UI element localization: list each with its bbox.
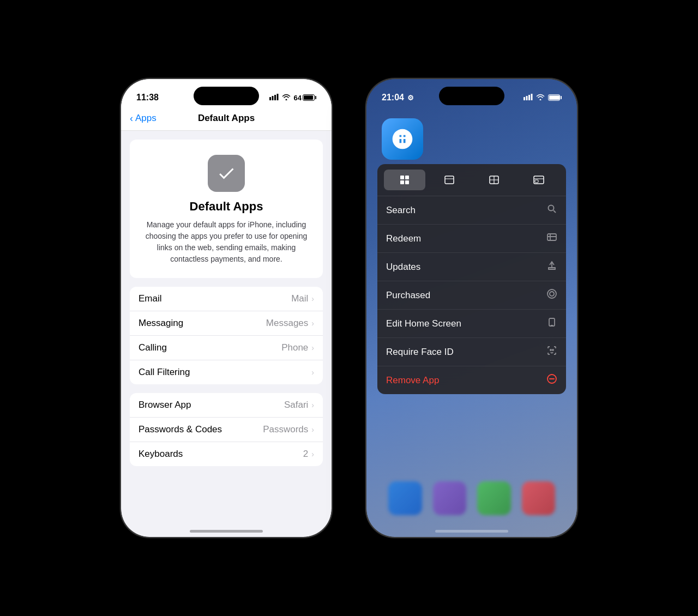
- search-icon: [546, 203, 557, 217]
- keyboards-row[interactable]: Keyboards 2 ›: [130, 442, 323, 466]
- left-screen: 11:38: [121, 79, 332, 537]
- status-icons-right: [524, 93, 562, 102]
- messaging-row[interactable]: Messaging Messages ›: [130, 311, 323, 336]
- calling-value: Phone ›: [281, 342, 314, 353]
- browser-label: Browser App: [139, 400, 191, 410]
- messaging-label: Messaging: [139, 318, 183, 329]
- redeem-icon: [546, 232, 557, 245]
- back-chevron: ‹: [130, 113, 133, 124]
- remove-app-icon: [546, 373, 557, 387]
- battery-left: 64: [294, 94, 316, 102]
- app-store-icon[interactable]: [382, 118, 423, 160]
- dock-icon-4: [522, 481, 556, 515]
- dock-area: [366, 481, 577, 515]
- hero-card: Default Apps Manage your default apps fo…: [130, 140, 323, 278]
- svg-rect-10: [400, 180, 404, 184]
- dock-icon-2: [433, 481, 467, 515]
- keyboards-label: Keyboards: [139, 449, 183, 460]
- svg-point-23: [547, 289, 556, 298]
- battery-right: [548, 94, 562, 101]
- svg-rect-8: [400, 176, 404, 179]
- edit-home-icon: [546, 317, 557, 330]
- face-id-icon: [546, 345, 557, 359]
- purchased-menu-item[interactable]: Purchased: [377, 281, 566, 310]
- svg-point-24: [550, 292, 554, 296]
- apps-tab-icon: [489, 174, 500, 185]
- passwords-label: Passwords & Codes: [139, 424, 222, 435]
- games-tab-icon: [444, 174, 455, 185]
- svg-rect-11: [405, 180, 409, 184]
- wifi-icon-right: [536, 93, 545, 102]
- browser-chevron: ›: [311, 401, 314, 409]
- call-filtering-value: ›: [311, 368, 314, 377]
- hero-title: Default Apps: [141, 200, 312, 214]
- passwords-row[interactable]: Passwords & Codes Passwords ›: [130, 418, 323, 442]
- nav-title: Default Apps: [198, 113, 255, 124]
- right-screen: 21:04 ⚙: [366, 79, 577, 537]
- today-tab-icon: [399, 174, 410, 185]
- calling-row[interactable]: Calling Phone ›: [130, 336, 323, 360]
- passwords-chevron: ›: [311, 425, 314, 434]
- edit-home-label: Edit Home Screen: [386, 318, 461, 329]
- status-icons-left: 64: [269, 94, 316, 102]
- redeem-menu-item[interactable]: Redeem: [377, 225, 566, 253]
- back-button[interactable]: ‹ Apps: [130, 113, 157, 124]
- keyboards-chevron: ›: [311, 450, 314, 458]
- email-row[interactable]: Email Mail ›: [130, 287, 323, 311]
- settings-content: Default Apps Manage your default apps fo…: [121, 131, 332, 529]
- tab-arcade[interactable]: [518, 170, 559, 190]
- svg-rect-1: [272, 96, 273, 100]
- dynamic-island-right: [439, 87, 504, 105]
- svg-point-20: [549, 206, 554, 211]
- updates-icon: [546, 260, 557, 274]
- edit-home-screen-menu-item[interactable]: Edit Home Screen: [377, 310, 566, 338]
- svg-rect-7: [531, 94, 533, 100]
- messaging-value: Messages ›: [266, 318, 314, 329]
- signal-icon-right: [524, 93, 533, 102]
- svg-rect-4: [524, 97, 525, 100]
- svg-rect-3: [276, 94, 278, 100]
- arcade-tab-icon: [533, 174, 544, 185]
- redeem-label: Redeem: [386, 233, 421, 244]
- svg-rect-9: [405, 176, 409, 179]
- svg-point-27: [550, 349, 551, 351]
- svg-point-28: [552, 349, 553, 351]
- purchased-icon: [546, 288, 557, 302]
- time-right: 21:04 ⚙: [382, 93, 414, 102]
- call-filtering-row[interactable]: Call Filtering ›: [130, 360, 323, 384]
- email-chevron: ›: [311, 294, 314, 303]
- search-menu-item[interactable]: Search: [377, 196, 566, 225]
- tab-games[interactable]: [429, 170, 470, 190]
- left-phone: 11:38: [120, 78, 333, 538]
- email-value: Mail ›: [291, 293, 314, 304]
- tab-today[interactable]: [384, 170, 425, 190]
- browser-value: Safari ›: [284, 400, 314, 410]
- calling-label: Calling: [139, 342, 167, 353]
- svg-rect-0: [269, 97, 271, 100]
- svg-rect-25: [549, 318, 555, 326]
- tab-apps[interactable]: [473, 170, 515, 190]
- back-label[interactable]: Apps: [135, 113, 157, 124]
- section-apps: Browser App Safari › Passwords & Codes P…: [130, 393, 323, 466]
- hero-icon: [208, 155, 245, 192]
- email-label: Email: [139, 293, 162, 304]
- remove-app-menu-item[interactable]: Remove App: [377, 366, 566, 394]
- svg-rect-2: [274, 95, 276, 100]
- browser-row[interactable]: Browser App Safari ›: [130, 393, 323, 418]
- wifi-icon: [282, 94, 291, 102]
- purchased-label: Purchased: [386, 290, 430, 301]
- calling-chevron: ›: [311, 343, 314, 352]
- require-face-id-menu-item[interactable]: Require Face ID: [377, 338, 566, 366]
- home-indicator-right: [435, 530, 508, 533]
- remove-app-label: Remove App: [386, 375, 439, 386]
- menu-tabs: [377, 164, 566, 196]
- updates-menu-item[interactable]: Updates: [377, 253, 566, 281]
- call-filtering-chevron: ›: [311, 368, 314, 377]
- settings-gear-icon: ⚙: [407, 94, 414, 102]
- default-apps-icon: [216, 164, 236, 183]
- dock-icon-3: [477, 481, 511, 515]
- messaging-chevron: ›: [311, 319, 314, 328]
- call-filtering-label: Call Filtering: [139, 367, 190, 378]
- app-store-svg: [390, 127, 414, 151]
- hero-description: Manage your default apps for iPhone, inc…: [141, 219, 312, 265]
